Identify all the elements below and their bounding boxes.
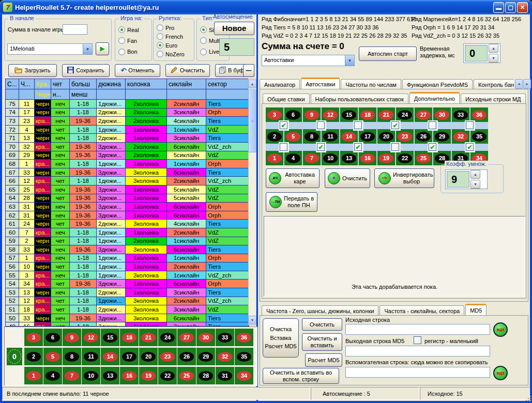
board-cell-33[interactable]: 33 — [216, 329, 234, 346]
cell-spin[interactable]: 71 — [6, 134, 19, 143]
cell-color[interactable]: черн — [35, 109, 51, 117]
cell-spin[interactable]: 67 — [6, 168, 19, 177]
md5-calc-button[interactable]: Расчет MD5 — [305, 353, 342, 367]
cell-parity[interactable]: чет — [51, 280, 70, 288]
cell-spin[interactable]: 75 — [6, 100, 19, 109]
bet-cell-25[interactable]: 25 — [415, 151, 432, 165]
cell-sector[interactable]: Tiers — [206, 100, 249, 109]
cell-range[interactable]: 19-36 — [70, 280, 97, 288]
table-row[interactable]: 6612кра...чет1-181дюжи...3колонка2сиклай… — [6, 177, 249, 185]
board-cell-25[interactable]: 25 — [177, 367, 196, 384]
bet-cell-30[interactable]: 30 — [433, 107, 451, 122]
close-button[interactable]: ✕ — [517, 2, 528, 13]
radio-option-euro[interactable]: Euro — [157, 42, 193, 49]
corner-bet-checkbox[interactable]: ✔ — [317, 143, 325, 151]
bet-cell-18[interactable]: 18 — [359, 107, 376, 122]
cell-range[interactable]: 19-36 — [70, 203, 97, 211]
tab-2[interactable]: Автоставки — [301, 78, 340, 89]
cell-parity[interactable]: неч — [51, 314, 70, 323]
cell-number[interactable]: 10 — [19, 262, 35, 271]
checkbox-icon[interactable]: ✔ — [354, 143, 362, 151]
cell-color[interactable]: черн — [35, 151, 51, 160]
radio-icon[interactable] — [200, 49, 207, 55]
cell-sector[interactable]: Orph — [206, 280, 249, 288]
cell-sixline[interactable]: 1сиклайн — [167, 160, 206, 168]
cell-number[interactable]: 29 — [19, 151, 35, 160]
checkbox-icon[interactable] — [391, 143, 399, 151]
cell-number[interactable]: 23 — [19, 117, 35, 126]
cell-range[interactable]: 1-18 — [70, 228, 97, 237]
board-cell-30[interactable]: 30 — [196, 329, 215, 346]
radio-option-nozero[interactable]: NoZero — [157, 51, 193, 57]
cell-parity[interactable]: чет — [51, 177, 70, 185]
bet-cell-17[interactable]: 17 — [359, 129, 376, 144]
cell-sixline[interactable]: 5сиклайн — [167, 194, 206, 203]
table-row[interactable]: 681кра...неч1-181дюжи...1колонка1сиклайн… — [6, 160, 249, 168]
clear-button[interactable]: Очистить — [165, 64, 210, 77]
cell-column[interactable]: 3колонка — [126, 220, 167, 228]
cell-sector[interactable]: VdZ — [206, 126, 249, 134]
md5-clear-paste-button[interactable]: Очистить и вставить — [302, 333, 342, 351]
cell-color[interactable]: черн — [35, 245, 51, 254]
tab-1[interactable]: Частота - Zero, шансы, дюжины, колонки — [262, 305, 378, 316]
tab-2[interactable]: Наборы пользовательских ставок — [311, 94, 408, 104]
cell-parity[interactable]: неч — [51, 211, 70, 220]
radio-option-french[interactable]: French — [157, 33, 193, 40]
table-row[interactable]: 6331черннеч19-363дюжи...1колонка6сиклайн… — [6, 203, 249, 211]
cell-parity[interactable]: чет — [51, 262, 70, 271]
cell-column[interactable]: 1колонка — [126, 254, 167, 263]
bet-cell-12[interactable]: 12 — [322, 107, 339, 122]
cell-color[interactable]: черн — [35, 194, 51, 203]
cell-range[interactable]: 19-36 — [70, 245, 97, 254]
cell-spin[interactable]: 55 — [6, 271, 19, 280]
cell-range[interactable]: 1-18 — [70, 109, 97, 117]
cell-column[interactable]: 1колонка — [126, 126, 167, 134]
cell-number[interactable]: 1 — [19, 160, 35, 168]
cell-parity[interactable]: неч — [51, 245, 70, 254]
cell-number[interactable]: 13 — [19, 134, 35, 143]
board-cell-10[interactable]: 10 — [82, 367, 100, 384]
cell-number[interactable]: 2 — [19, 237, 35, 246]
board-cell-29[interactable]: 29 — [196, 348, 215, 365]
table-row[interactable]: 553кра...неч1-181дюжи...3колонка1сиклайн… — [6, 271, 249, 280]
cell-dozen[interactable]: 1дюжи... — [97, 297, 126, 306]
cell-number[interactable]: 7 — [19, 228, 35, 237]
cell-color[interactable]: черн — [35, 211, 51, 220]
tab-scroll-left-icon[interactable]: ◄ — [515, 79, 523, 89]
cell-column[interactable]: 2колонка — [126, 151, 167, 160]
cell-number[interactable]: 11 — [19, 100, 35, 109]
clear-selection-button[interactable]: ✦ Очистить — [325, 168, 370, 188]
cell-spin[interactable]: 59 — [6, 237, 19, 246]
corner-bet-checkbox[interactable]: ✔ — [466, 143, 474, 151]
bet-cell-23[interactable]: 23 — [396, 129, 414, 144]
cell-spin[interactable]: 63 — [6, 203, 19, 211]
board-cell-17[interactable]: 17 — [120, 348, 139, 365]
cell-color[interactable]: кра... — [35, 185, 51, 194]
cell-column[interactable]: 3колонка — [126, 305, 167, 314]
cell-sector[interactable]: Tiers — [206, 262, 249, 271]
bet-cell-15[interactable]: 15 — [340, 107, 358, 122]
cell-sixline[interactable]: 4сиклайн — [167, 220, 206, 228]
cell-dozen[interactable]: 2дюжи... — [97, 134, 126, 143]
cell-sixline[interactable]: 6сиклайн — [167, 314, 206, 323]
cell-sixline[interactable]: 3сиклайн — [167, 109, 206, 117]
cell-sixline[interactable]: 3сиклайн — [167, 288, 206, 297]
scrollbar-thumb[interactable]: ≡ — [248, 89, 256, 152]
board-cell-32[interactable]: 32 — [216, 348, 234, 365]
board-cell-15[interactable]: 15 — [101, 329, 119, 346]
bet-cell-35[interactable]: 35 — [470, 129, 488, 144]
cell-number[interactable]: 33 — [19, 168, 35, 177]
radio-icon[interactable] — [200, 37, 207, 44]
cell-column[interactable]: 1колонка — [126, 134, 167, 143]
cell-parity[interactable]: неч — [51, 254, 70, 263]
bet-cell-11[interactable]: 11 — [322, 129, 339, 144]
cell-range[interactable]: 19-36 — [70, 143, 97, 151]
board-cell-23[interactable]: 23 — [158, 348, 177, 365]
corner-bet-checkbox[interactable] — [317, 121, 325, 130]
table-row[interactable]: 7113черннеч1-182дюжи...1колонка3сиклайнT… — [6, 134, 249, 143]
checkbox-icon[interactable]: ✔ — [429, 143, 436, 151]
corner-bet-checkbox[interactable] — [391, 143, 400, 151]
bet-cell-29[interactable]: 29 — [433, 129, 451, 144]
autobet-kare-button[interactable]: АЧ Автоставка каре — [266, 168, 320, 188]
bet-cell-24[interactable]: 24 — [396, 107, 414, 122]
